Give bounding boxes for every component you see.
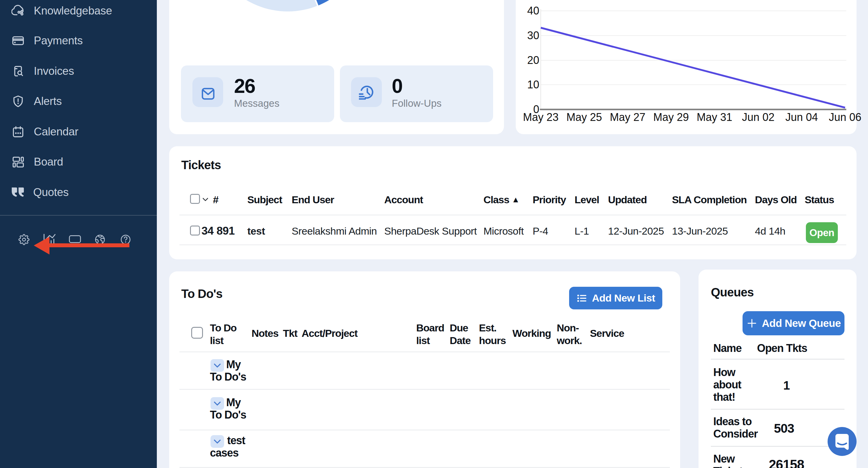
svg-text:30: 30 xyxy=(527,29,539,42)
svg-text:May 23: May 23 xyxy=(523,111,559,123)
svg-text:Jun 04: Jun 04 xyxy=(785,111,818,123)
svg-text:May 31: May 31 xyxy=(697,111,732,123)
svg-text:May 25: May 25 xyxy=(566,111,602,123)
svg-text:May 29: May 29 xyxy=(653,111,689,123)
svg-text:10: 10 xyxy=(527,79,539,91)
svg-text:Jun 02: Jun 02 xyxy=(742,111,775,123)
svg-text:May 27: May 27 xyxy=(610,111,645,123)
svg-text:40: 40 xyxy=(527,4,539,17)
svg-text:Jun 06: Jun 06 xyxy=(829,111,861,123)
svg-text:20: 20 xyxy=(527,54,539,66)
